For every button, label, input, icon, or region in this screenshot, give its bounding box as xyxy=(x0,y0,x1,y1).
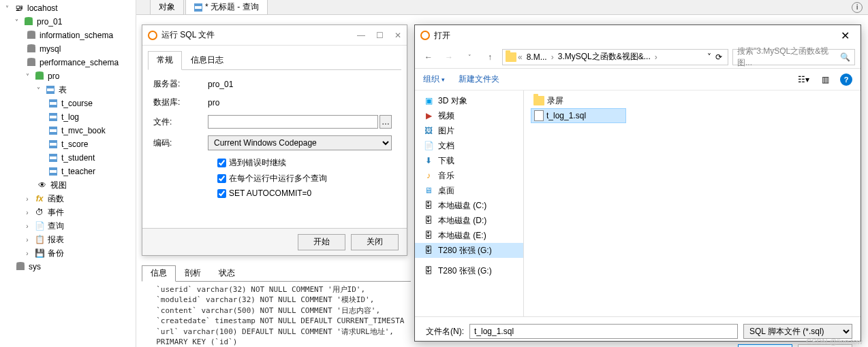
back-button[interactable]: ← xyxy=(420,49,437,65)
sidebar-label: 音乐 xyxy=(438,170,454,182)
start-button[interactable]: 开始 xyxy=(298,234,345,250)
tree-views-label: 视图 xyxy=(50,180,67,191)
file-list[interactable]: 录屏 t_log_1.sql xyxy=(524,90,861,316)
tree-root[interactable]: ˅ 🖳 locahost xyxy=(1,1,134,15)
close-button[interactable]: ✕ xyxy=(394,31,401,40)
recent-button[interactable]: ˅ xyxy=(461,49,478,65)
sidebar-item-disk-d[interactable]: 🗄本地磁盘 (D:) xyxy=(415,213,523,228)
sidebar-item-disk-e[interactable]: 🗄本地磁盘 (E:) xyxy=(415,228,523,243)
expand-icon[interactable]: › xyxy=(23,250,31,257)
view-icon: 👁 xyxy=(37,180,48,190)
sidebar-item-documents[interactable]: 📄文档 xyxy=(415,138,523,153)
tab-info[interactable]: 信息 xyxy=(142,265,176,282)
expand-icon[interactable]: › xyxy=(23,236,31,244)
filename-input[interactable] xyxy=(469,324,738,339)
tree-functions[interactable]: ›fx函数 xyxy=(1,192,134,205)
sidebar-item-disk-g2[interactable]: 🗄T280 张强 (G:) xyxy=(415,263,523,278)
expand-icon[interactable]: › xyxy=(23,222,31,230)
preview-button[interactable]: ▥ xyxy=(818,73,832,86)
folder-icon xyxy=(533,96,544,105)
help-icon[interactable]: ? xyxy=(840,73,852,86)
newfolder-button[interactable]: 新建文件夹 xyxy=(459,73,499,85)
browse-button[interactable]: … xyxy=(379,115,392,129)
close-button[interactable]: 关闭 xyxy=(351,234,399,250)
organize-menu[interactable]: 组织 xyxy=(423,73,445,85)
up-button[interactable]: ↑ xyxy=(482,49,498,65)
collapse-icon[interactable]: ˅ xyxy=(3,5,11,12)
expand-icon[interactable]: › xyxy=(23,195,31,203)
tree-reports[interactable]: ›📋报表 xyxy=(1,233,134,246)
sidebar-item-video[interactable]: ▶视频 xyxy=(415,108,523,123)
tree-tables-group[interactable]: ˅ 表 xyxy=(1,83,134,97)
sidebar-item-music[interactable]: ♪音乐 xyxy=(415,168,523,183)
tab-profile[interactable]: 剖析 xyxy=(176,265,210,281)
query-icon: 📄 xyxy=(34,221,45,231)
tree-table[interactable]: t_mvc_book xyxy=(1,124,134,137)
filetype-select[interactable]: SQL 脚本文件 (*.sql) xyxy=(743,324,852,339)
query-icon xyxy=(194,3,202,12)
sidebar-item-pictures[interactable]: 🖼图片 xyxy=(415,123,523,138)
dialog-footer: 开始 关闭 xyxy=(142,228,407,255)
expand-icon[interactable]: › xyxy=(23,209,31,216)
info-icon[interactable]: i xyxy=(852,2,863,13)
tab-status[interactable]: 状态 xyxy=(210,265,244,281)
tab-label: 对象 xyxy=(159,1,175,13)
sidebar-item-disk-c[interactable]: 🗄本地磁盘 (C:) xyxy=(415,198,523,213)
file-input[interactable] xyxy=(208,115,378,129)
forward-button[interactable]: → xyxy=(441,49,457,65)
table-icon xyxy=(48,167,59,176)
chk-continue-error[interactable] xyxy=(217,159,226,167)
chk-autocommit[interactable] xyxy=(217,189,226,198)
tree-events[interactable]: ›⏱事件 xyxy=(1,205,134,219)
tree-queries[interactable]: ›📄查询 xyxy=(1,219,134,233)
collapse-icon[interactable]: ˅ xyxy=(23,73,31,80)
maximize-button[interactable]: ☐ xyxy=(376,31,384,40)
sidebar-label: 下载 xyxy=(438,155,454,167)
file-item-folder[interactable]: 录屏 xyxy=(531,93,626,108)
tree-schema-label: mysql xyxy=(40,44,61,54)
chk-multi-query[interactable] xyxy=(217,174,226,183)
refresh-icon[interactable]: ⟳ xyxy=(715,52,722,62)
minimize-button[interactable]: — xyxy=(357,31,365,40)
search-input[interactable]: 搜索"3.MySQL之函数&视图... 🔍 xyxy=(732,49,855,65)
tab-general[interactable]: 常规 xyxy=(148,51,182,70)
tree-sys[interactable]: sys xyxy=(1,260,134,274)
disk-icon: 🗄 xyxy=(423,265,434,276)
tree-schema[interactable]: information_schema xyxy=(1,29,134,42)
tree-table[interactable]: t_course xyxy=(1,97,134,110)
tree-backups[interactable]: ›💾备份 xyxy=(1,246,134,260)
sidebar-item-disk-g[interactable]: 🗄T280 张强 (G:) xyxy=(415,243,523,258)
breadcrumb-item[interactable]: 3.MySQL之函数&视图&... xyxy=(555,51,653,63)
dropdown-icon[interactable]: ˅ xyxy=(707,52,711,62)
open-button[interactable]: 打开(O) ▾ xyxy=(738,344,792,347)
tree-db-active[interactable]: ˅ pro xyxy=(1,69,134,83)
tree-views[interactable]: 👁视图 xyxy=(1,178,134,192)
encoding-select[interactable]: Current Windows Codepage xyxy=(208,135,392,150)
sidebar-item-3d[interactable]: ▣3D 对象 xyxy=(415,93,523,108)
tab-log[interactable]: 信息日志 xyxy=(182,51,232,69)
tab-objects[interactable]: 对象 xyxy=(150,0,184,15)
collapse-icon[interactable]: ˅ xyxy=(12,18,20,26)
tree-schema[interactable]: performance_schema xyxy=(1,56,134,69)
breadcrumb[interactable]: « 8.M... › 3.MySQL之函数&视图&... › ˅ ⟳ xyxy=(502,49,728,65)
view-mode-button[interactable]: ☷▾ xyxy=(796,73,810,86)
tree-table[interactable]: t_log xyxy=(1,110,134,124)
breadcrumb-item[interactable]: 8.M... xyxy=(524,52,550,62)
tree-schema[interactable]: mysql xyxy=(1,42,134,56)
chk-label: SET AUTOCOMMIT=0 xyxy=(229,188,311,198)
close-button[interactable]: ✕ xyxy=(835,29,855,42)
tree-table[interactable]: t_student xyxy=(1,151,134,165)
folder-icon xyxy=(506,52,516,62)
sidebar-item-downloads[interactable]: ⬇下载 xyxy=(415,153,523,168)
collapse-icon[interactable]: ˅ xyxy=(34,86,42,94)
tree-table[interactable]: t_score xyxy=(1,137,134,151)
tree-db-pro01[interactable]: ˅ pro_01 xyxy=(1,15,134,29)
table-icon xyxy=(45,85,56,95)
tab-query[interactable]: * 无标题 - 查询 xyxy=(185,0,268,15)
3d-icon: ▣ xyxy=(423,95,434,106)
sidebar-item-desktop[interactable]: 🖥桌面 xyxy=(415,183,523,198)
table-icon xyxy=(48,99,59,108)
tree-table[interactable]: t_teacher xyxy=(1,165,134,178)
file-item-sql[interactable]: t_log_1.sql xyxy=(531,108,626,123)
sidebar-label: T280 张强 (G:) xyxy=(438,265,492,277)
